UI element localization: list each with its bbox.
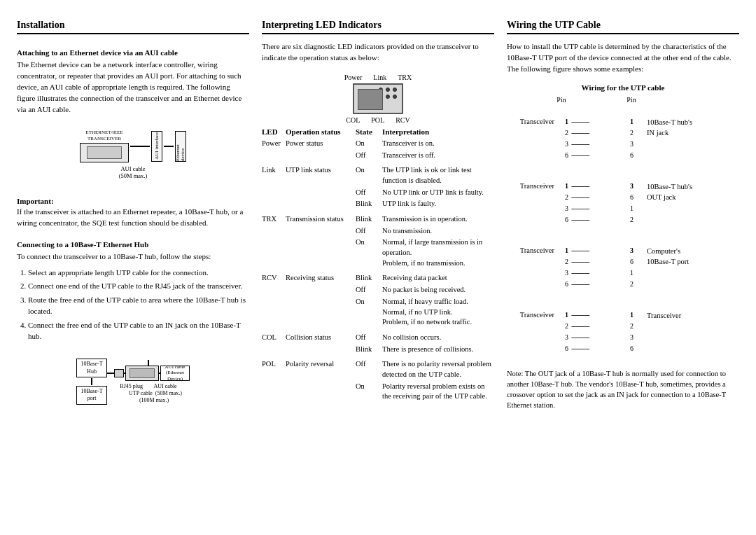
aui-cable-hub-diagram: AUI cable(EthernetDevice) (160, 366, 190, 381)
led-row-led: POL (262, 355, 286, 403)
utp-label: RJ45 plug AUI cable UTP cable (50M max.)… (115, 383, 182, 405)
wiring-row: Transceiver1236-------------------------… (507, 298, 739, 354)
led-row-interpretation: Transceiver is on. (382, 138, 494, 150)
led-row-interpretation: No transmission. (382, 225, 494, 237)
led-row-state: Off (356, 150, 382, 162)
led-row-interpretation: There is presence of collisions. (382, 344, 494, 356)
step-3: Route the free end of the UTP cable to a… (28, 294, 249, 317)
wiring-left-label: Transceiver (507, 105, 554, 125)
wiring-row: Transceiver1236-------------------------… (507, 169, 739, 225)
step-2: Connect one end of the UTP cable to the … (28, 280, 249, 292)
led-row-state: On (356, 237, 382, 269)
led-row-state: On (356, 161, 382, 186)
wiring-note: Note: The OUT jack of a 10Base-T hub is … (507, 368, 739, 411)
connecting-subtitle: Connecting to a 10Base-T Ethernet Hub (17, 240, 249, 249)
led-row-led: Link (262, 161, 286, 210)
led-intro: There are six diagnostic LED indicators … (262, 41, 494, 64)
rcv-label: RCV (396, 116, 410, 124)
led-row-state: Off (356, 225, 382, 237)
wiring-right-label: Computer's 10Base-T port (644, 234, 700, 267)
important-label: Important: (17, 197, 249, 205)
wiring-row: Transceiver1236-------------------------… (507, 234, 739, 290)
wiring-left-label: Transceiver (507, 298, 554, 319)
note-label: Note: (507, 370, 525, 377)
led-row-operation: Polarity reversal (286, 355, 356, 403)
led-row-led: TRX (262, 210, 286, 269)
led-row-state: Off (356, 328, 382, 344)
page-layout: Installation Attaching to an Ethernet de… (0, 0, 756, 429)
aui-interface-label: AUI interface (155, 132, 160, 160)
led-row-interpretation: Normal, if heavy traffic load. Normal, i… (382, 296, 494, 328)
led-row-interpretation: UTP link is faulty. (382, 198, 494, 210)
wiring-left-label: Transceiver (507, 234, 554, 254)
led-row-operation: UTP link status (286, 161, 356, 210)
wiring-intro: How to install the UTP cable is determin… (507, 41, 739, 75)
steps-list: Select an appropriate length UTP cable f… (28, 267, 249, 345)
transceiver-hub-diagram (125, 366, 159, 381)
led-row-interpretation: No packet is being received. (382, 284, 494, 296)
led-row-state: Blink (356, 210, 382, 225)
ethernet-device-label: Ethernet device (176, 132, 186, 161)
wiring-connections: Pin Pin Transceiver1236-----------------… (507, 96, 739, 354)
led-row-operation: Collision status (286, 328, 356, 355)
led-row-interpretation: The UTP link is ok or link test function… (382, 161, 494, 186)
led-row-led: RCV (262, 269, 286, 328)
led-header-state: State (356, 127, 382, 138)
wiring-column: Wiring the UTP Cable How to install the … (507, 20, 739, 415)
led-row-state: On (356, 381, 382, 403)
led-row-state: On (356, 138, 382, 150)
installation-column: Installation Attaching to an Ethernet de… (17, 20, 249, 415)
hub-box-bottom: 10Base-Tport (76, 386, 107, 405)
led-row-state: Blink (356, 269, 382, 284)
led-header-led: LED (262, 127, 286, 138)
led-row-interpretation: Transceiver is off. (382, 150, 494, 162)
transceiver-label: ETHERNET/IEEETRANSCEIVER (80, 130, 129, 141)
connecting-text: To connect the transceiver to a 10Base-T… (17, 251, 249, 263)
led-row-interpretation: No UTP link or UTP link is faulty. (382, 187, 494, 199)
led-row-interpretation: Normal, if large transmission is in oper… (382, 237, 494, 269)
important-text: If the transceiver is attached to an Eth… (17, 207, 249, 229)
power-label: Power (344, 74, 363, 81)
led-column: Interpreting LED Indicators There are si… (262, 20, 494, 415)
led-row-interpretation: Polarity reversal problem exists on the … (382, 381, 494, 403)
led-row-interpretation: There is no polarity reversal problem de… (382, 355, 494, 380)
aui-cable-diagram: ETHERNET/IEEETRANSCEIVER AUI interface (17, 127, 249, 183)
rj45-plug (114, 369, 124, 377)
led-row-state: Blink (356, 344, 382, 356)
note-content: The OUT jack of a 10Base-T hub is normal… (507, 370, 726, 410)
led-header-operation: Operation status (286, 127, 356, 138)
wiring-left-label: Transceiver (507, 169, 554, 190)
wiring-table-title: Wiring for the UTP cable (507, 83, 739, 92)
aui-cable-caption: AUI cable(50M max.) (119, 165, 148, 179)
step-4: Connect the free end of the UTP cable to… (28, 319, 249, 342)
installation-title: Installation (17, 20, 249, 34)
led-row-led: Power (262, 138, 286, 161)
led-row-state: On (356, 296, 382, 328)
wiring-right-label: 10Base-T hub's OUT jack (644, 169, 700, 202)
led-indicator-visual: Power Link TRX (262, 74, 494, 124)
led-row-state: Off (356, 284, 382, 296)
wiring-row: Transceiver1236-------------------------… (507, 105, 739, 161)
led-row-operation: Receiving status (286, 269, 356, 328)
aui-subtitle: Attaching to an Ethernet device via an A… (17, 48, 249, 57)
trx-label: TRX (398, 74, 412, 81)
link-label: Link (373, 74, 386, 81)
led-row-state: Blink (356, 198, 382, 210)
led-title: Interpreting LED Indicators (262, 20, 494, 34)
led-row-interpretation: No collision occurs. (382, 328, 494, 344)
hub-box-top: 10Base-THub (76, 359, 107, 377)
led-row-interpretation: Transmission is in operation. (382, 210, 494, 225)
aui-paragraph: The Ethernet device can be a network int… (17, 60, 249, 116)
led-row-interpretation: Receiving data packet (382, 269, 494, 284)
step-1: Select an appropriate length UTP cable f… (28, 267, 249, 279)
wiring-right-label: Transceiver (644, 298, 700, 321)
wiring-title: Wiring the UTP Cable (507, 20, 739, 34)
led-header-interpretation: Interpretation (382, 127, 494, 138)
wiring-right-label: 10Base-T hub's IN jack (644, 105, 700, 138)
led-row-operation: Power status (286, 138, 356, 161)
led-row-led: COL (262, 328, 286, 355)
led-row-state: Off (356, 187, 382, 199)
col-label: COL (346, 116, 360, 124)
led-row-operation: Transmission status (286, 210, 356, 269)
led-table: LED Operation status State Interpretatio… (262, 127, 494, 403)
